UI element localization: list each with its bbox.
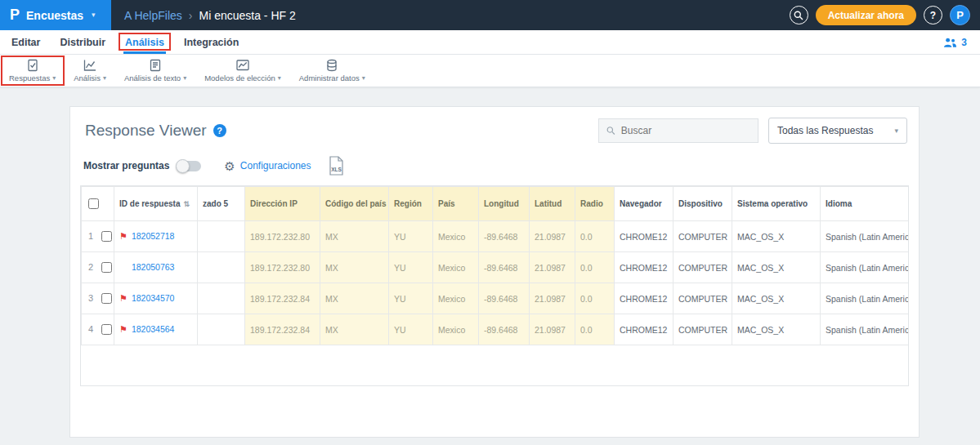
flag-icon[interactable]: ⚑ — [119, 231, 128, 241]
cell-response_id: ⚑182034570 — [114, 283, 198, 314]
toolbar-item-label: Análisis ▾ — [74, 73, 106, 82]
toolbar-item-text: Análisis de texto — [124, 73, 181, 82]
search-input[interactable] — [621, 125, 750, 136]
tab-label: Distribuir — [60, 37, 105, 48]
col-header-label: Longitud — [484, 199, 519, 208]
row-checkbox[interactable] — [101, 231, 112, 242]
people-icon — [943, 37, 957, 48]
col-header-country: País — [433, 187, 479, 221]
cell-os: MAC_OS_X — [732, 252, 821, 283]
row-checkbox[interactable] — [101, 262, 112, 273]
cell-select: 4 — [82, 314, 114, 345]
cell-custom5 — [198, 252, 245, 283]
cell-device: COMPUTER — [673, 221, 732, 252]
row-checkbox[interactable] — [101, 293, 112, 304]
response-id-link[interactable]: 182052718 — [132, 231, 175, 241]
flag-icon[interactable]: ⚑ — [119, 293, 128, 303]
cell-latitude: 21.0987 — [530, 252, 575, 283]
responses-table: ID de respuesta⇅zado 5Dirección IPCódigo… — [81, 186, 909, 345]
col-header-select — [82, 187, 114, 221]
cell-browser: CHROME12 — [615, 314, 673, 345]
cell-region: YU — [389, 283, 433, 314]
toolbar-item-analisis[interactable]: Análisis ▾ — [65, 55, 115, 87]
toolbar-item-label: Modelos de elección ▾ — [204, 73, 281, 82]
breadcrumb-separator-icon: › — [189, 9, 193, 22]
tab-label: Integración — [184, 37, 239, 48]
toolbar-item-text: Modelos de elección — [204, 73, 275, 82]
cell-longitude: -89.6468 — [479, 314, 530, 345]
toolbar-item-analisis-de-texto[interactable]: Análisis de texto ▾ — [115, 55, 195, 87]
tab-editar[interactable]: Editar — [2, 30, 50, 54]
cell-language: Spanish (Latin America — [821, 314, 910, 345]
collaborators-indicator[interactable]: 3 — [943, 30, 980, 54]
analysis-toolbar: Respuestas ▾ Análisis ▾ Análisis de text… — [0, 55, 980, 87]
chevron-down-icon: ▾ — [894, 127, 898, 135]
search-button[interactable] — [790, 6, 808, 24]
col-header-region: Región — [389, 187, 433, 221]
row-checkbox[interactable] — [101, 324, 112, 335]
toolbar-item-administrar-datos[interactable]: Administrar datos ▾ — [290, 55, 374, 87]
tab-label: Editar — [11, 37, 40, 48]
manage-data-icon — [324, 59, 339, 72]
row-number: 3 — [88, 293, 96, 303]
chevron-down-icon: ▾ — [52, 75, 56, 82]
collaborators-count: 3 — [961, 37, 967, 48]
cell-radius: 0.0 — [575, 221, 615, 252]
flag-icon[interactable]: ⚑ — [119, 324, 128, 334]
response-id-link[interactable]: 182034564 — [132, 324, 175, 334]
filter-selected-value: Todas las Respuestas — [777, 125, 873, 136]
responses-filter-dropdown[interactable]: Todas las Respuestas ▾ — [768, 118, 907, 144]
col-header-response_id[interactable]: ID de respuesta⇅ — [114, 187, 198, 221]
col-header-label: Radio — [580, 199, 603, 208]
toolbar-item-text: Análisis — [74, 73, 101, 82]
profile-avatar[interactable]: P — [950, 5, 970, 25]
update-now-button[interactable]: Actualizar ahora — [816, 5, 916, 25]
cell-response_id: ⚑182034564 — [114, 314, 198, 345]
sort-icon[interactable]: ⇅ — [183, 200, 190, 208]
help-button[interactable]: ? — [924, 6, 942, 24]
col-header-label: País — [438, 199, 455, 208]
cell-select: 1 — [82, 221, 114, 252]
choice-models-icon — [235, 59, 250, 72]
surveys-menu-button[interactable]: P Encuestas ▾ — [0, 0, 111, 30]
analysis-icon — [83, 59, 97, 72]
cell-os: MAC_OS_X — [732, 221, 821, 252]
toolbar-item-text: Respuestas — [9, 73, 50, 82]
cell-custom5 — [198, 283, 245, 314]
col-header-latitude: Latitud — [530, 187, 575, 221]
col-header-label: Dirección IP — [250, 199, 298, 208]
cell-latitude: 21.0987 — [530, 283, 575, 314]
cell-radius: 0.0 — [575, 252, 615, 283]
cell-country: Mexico — [433, 283, 479, 314]
cell-os: MAC_OS_X — [732, 314, 821, 345]
col-header-browser: Navegador — [615, 187, 673, 221]
show-questions-toggle[interactable] — [177, 161, 201, 171]
brand-label: Encuestas — [26, 9, 83, 22]
viewer-header: Response Viewer ? Todas las Respuestas ▾ — [82, 117, 907, 145]
chevron-down-icon: ▾ — [92, 11, 96, 19]
export-xls-button[interactable]: XLS — [328, 156, 344, 176]
tab-analisis[interactable]: Análisis — [115, 30, 174, 54]
col-header-label: ID de respuesta — [119, 199, 180, 208]
header-row: ID de respuesta⇅zado 5Dirección IPCódigo… — [82, 187, 910, 221]
cell-custom5 — [198, 314, 245, 345]
cell-radius: 0.0 — [575, 283, 615, 314]
tab-integracion[interactable]: Integración — [174, 30, 248, 54]
response-viewer-card: Response Viewer ? Todas las Respuestas ▾… — [69, 106, 920, 438]
chevron-down-icon: ▾ — [103, 75, 106, 82]
col-header-label: zado 5 — [203, 199, 228, 208]
xls-label: XLS — [331, 167, 342, 172]
toolbar-item-modelos-de-eleccion[interactable]: Modelos de elección ▾ — [195, 55, 290, 87]
tab-distribuir[interactable]: Distribuir — [50, 30, 115, 54]
chevron-down-icon: ▾ — [362, 75, 365, 82]
response-id-link[interactable]: 182050763 — [132, 262, 175, 272]
chevron-down-icon: ▾ — [183, 75, 186, 82]
cell-ip: 189.172.232.84 — [245, 314, 320, 345]
response-id-link[interactable]: 182034570 — [132, 293, 175, 303]
select-all-checkbox[interactable] — [88, 198, 99, 209]
title-help-icon[interactable]: ? — [213, 124, 226, 137]
breadcrumb-project-link[interactable]: A HelpFiles — [124, 9, 182, 22]
toolbar-item-respuestas[interactable]: Respuestas ▾ — [0, 55, 65, 87]
toolbar-item-label: Administrar datos ▾ — [299, 73, 365, 82]
settings-link[interactable]: ⚙ Configuraciones — [224, 160, 311, 172]
